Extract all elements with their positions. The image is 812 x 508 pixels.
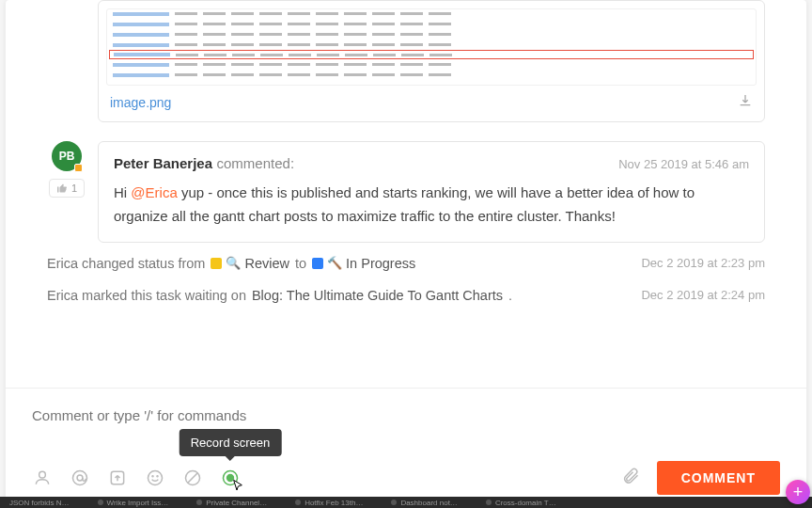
tooltip: Record screen xyxy=(180,429,282,456)
like-count: 1 xyxy=(71,183,77,194)
fab-add-button[interactable]: + xyxy=(786,480,810,504)
activity-timestamp: Dec 2 2019 at 2:24 pm xyxy=(641,288,765,302)
svg-point-5 xyxy=(152,476,153,477)
svg-point-2 xyxy=(77,475,83,481)
svg-point-6 xyxy=(157,476,158,477)
hammer-icon: 🔨 xyxy=(327,256,342,270)
comment-verb: commented: xyxy=(217,155,295,171)
svg-point-0 xyxy=(39,471,46,478)
activity-waiting-on: Erica marked this task waiting on Blog: … xyxy=(6,271,806,303)
attach-icon[interactable] xyxy=(621,467,640,489)
assign-icon[interactable] xyxy=(32,468,53,488)
browser-tab[interactable]: Private Channel… xyxy=(196,499,267,507)
presence-indicator xyxy=(74,164,83,172)
avatar[interactable]: PB xyxy=(52,141,82,171)
browser-tabs-strip: JSON forbids N… Wrike Import Iss… Privat… xyxy=(0,497,812,508)
attachment-filename[interactable]: image.png xyxy=(110,95,171,110)
emoji-icon[interactable] xyxy=(145,468,165,488)
browser-tab[interactable]: JSON forbids N… xyxy=(9,499,70,507)
browser-tab[interactable]: Hotfix Feb 13th… xyxy=(295,499,363,507)
browser-tab[interactable]: Cross-domain T… xyxy=(486,499,556,507)
block-icon[interactable] xyxy=(182,468,203,488)
mention-icon[interactable] xyxy=(70,468,90,488)
upload-icon[interactable] xyxy=(107,468,128,488)
comment-author: Peter Banerjea xyxy=(114,155,212,171)
status-to: 🔨 In Progress xyxy=(312,256,415,271)
comment-timestamp: Nov 25 2019 at 5:46 am xyxy=(618,157,749,171)
activity-status-change: Erica changed status from 🔍 Review to 🔨 … xyxy=(6,243,806,271)
browser-tab[interactable]: Wrike Import Iss… xyxy=(98,499,169,507)
svg-point-4 xyxy=(148,471,163,485)
comment-row: PB 1 Peter Banerjea commented: Nov 25 20… xyxy=(6,141,806,243)
svg-point-1 xyxy=(73,471,87,485)
download-icon[interactable] xyxy=(738,93,753,112)
activity-timestamp: Dec 2 2019 at 2:23 pm xyxy=(641,256,765,270)
dependency-task-link[interactable]: Blog: The Ultimate Guide To Gantt Charts xyxy=(252,288,503,303)
comment-body: Hi @Erica yup - once this is published a… xyxy=(114,182,749,229)
status-from: 🔍 Review xyxy=(211,256,289,271)
record-screen-button[interactable]: Record screen xyxy=(220,468,241,488)
comment-composer xyxy=(6,388,806,461)
attachment-card[interactable]: image.png xyxy=(98,0,765,122)
comment-input[interactable] xyxy=(32,404,780,461)
browser-tab[interactable]: Dashboard not… xyxy=(391,499,457,507)
comment-submit-button[interactable]: COMMENT xyxy=(657,461,780,495)
like-button[interactable]: 1 xyxy=(49,179,85,198)
cursor-icon xyxy=(231,479,246,494)
comment-card: Peter Banerjea commented: Nov 25 2019 at… xyxy=(98,141,765,243)
magnifier-icon: 🔍 xyxy=(226,256,241,270)
attachment-thumbnail[interactable] xyxy=(106,8,757,86)
avatar-initials: PB xyxy=(59,150,75,163)
mention[interactable]: @Erica xyxy=(131,184,177,200)
activity-actor-text: Erica changed status from xyxy=(47,256,205,271)
task-detail-panel: image.png PB 1 Pe xyxy=(6,0,806,508)
status-color-yellow xyxy=(211,258,222,269)
status-color-blue xyxy=(312,258,323,269)
